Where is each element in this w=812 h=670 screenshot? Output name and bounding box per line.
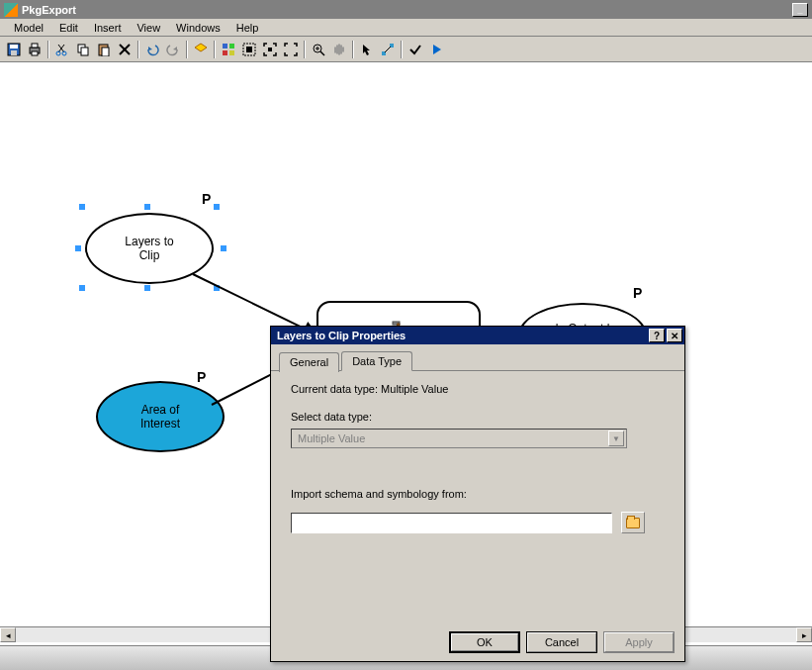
node-area-of-interest[interactable]: Area of Interest: [96, 381, 225, 452]
selection-handle[interactable]: [144, 204, 150, 210]
scroll-right-button[interactable]: ▸: [796, 627, 812, 642]
properties-dialog: Layers to Clip Properties ? ✕ General Da…: [270, 326, 685, 662]
undo-button[interactable]: [142, 40, 162, 59]
select-type-label: Select data type:: [291, 411, 665, 423]
svg-rect-2: [11, 50, 17, 55]
copy-button[interactable]: [73, 40, 93, 59]
apply-button[interactable]: Apply: [603, 631, 675, 653]
selection-handle[interactable]: [144, 285, 150, 291]
menubar: Model Edit Insert View Windows Help: [0, 19, 812, 37]
validate-button[interactable]: [191, 40, 211, 59]
ok-button[interactable]: OK: [449, 631, 520, 653]
run-button[interactable]: [426, 40, 446, 59]
scroll-left-button[interactable]: ◂: [0, 627, 16, 642]
menu-edit[interactable]: Edit: [51, 20, 86, 36]
dropdown-value: Multiple Value: [298, 432, 365, 444]
menu-view[interactable]: View: [129, 20, 168, 36]
menu-insert[interactable]: Insert: [86, 20, 130, 36]
paste-button[interactable]: [94, 40, 114, 59]
svg-rect-11: [81, 48, 88, 55]
selection-handle[interactable]: [221, 245, 226, 251]
print-button[interactable]: [25, 40, 45, 59]
node-label: Layers to Clip: [125, 235, 173, 262]
svg-rect-13: [102, 48, 109, 56]
zoom-in-button[interactable]: [309, 40, 328, 59]
tab-strip: General Data Type: [271, 344, 684, 371]
data-type-dropdown[interactable]: Multiple Value ▼: [291, 429, 627, 448]
parameter-flag: P: [633, 285, 642, 301]
svg-rect-21: [246, 47, 252, 52]
delete-button[interactable]: [115, 40, 135, 59]
tab-general[interactable]: General: [279, 352, 339, 372]
chevron-down-icon: ▼: [608, 431, 624, 446]
tab-panel: Current data type: Multiple Value Select…: [271, 371, 684, 545]
window-titlebar: PkgExport _: [0, 0, 812, 19]
node-label: Area of Interest: [140, 403, 180, 431]
selection-handle[interactable]: [79, 285, 85, 291]
menu-model[interactable]: Model: [6, 20, 51, 36]
svg-rect-4: [32, 44, 38, 48]
folder-open-icon: [626, 518, 640, 528]
dialog-titlebar[interactable]: Layers to Clip Properties ? ✕: [271, 327, 684, 344]
minimize-button[interactable]: _: [792, 3, 808, 17]
parameter-flag: P: [197, 369, 206, 385]
svg-rect-1: [10, 45, 18, 48]
svg-rect-5: [32, 51, 38, 55]
redo-button[interactable]: [163, 40, 183, 59]
import-label: Import schema and symbology from:: [291, 488, 665, 500]
check-button[interactable]: [406, 40, 425, 59]
help-button[interactable]: ?: [649, 329, 665, 342]
dialog-title: Layers to Clip Properties: [277, 330, 406, 341]
app-icon: [4, 3, 18, 17]
window-title: PkgExport: [22, 4, 76, 16]
tile-button[interactable]: [219, 40, 238, 59]
cancel-button[interactable]: Cancel: [526, 631, 597, 653]
connect-button[interactable]: [378, 40, 398, 59]
svg-line-29: [385, 47, 391, 52]
zoom-fit-button[interactable]: [260, 40, 280, 59]
tab-datatype[interactable]: Data Type: [341, 351, 412, 371]
toolbar: [0, 37, 812, 62]
close-button[interactable]: ✕: [667, 329, 682, 342]
parameter-flag: P: [202, 191, 211, 207]
selection-handle[interactable]: [214, 204, 220, 210]
svg-rect-17: [229, 44, 234, 48]
menu-windows[interactable]: Windows: [168, 20, 228, 36]
browse-button[interactable]: [621, 512, 645, 533]
current-type-label: Current data type: Multiple Value: [291, 383, 665, 395]
import-path-input[interactable]: [291, 513, 612, 533]
fullscreen-button[interactable]: [281, 40, 301, 59]
svg-rect-18: [223, 50, 227, 55]
pointer-button[interactable]: [357, 40, 377, 59]
selection-handle[interactable]: [79, 204, 85, 210]
save-button[interactable]: [4, 40, 24, 59]
svg-rect-22: [268, 48, 272, 51]
pan-button[interactable]: [329, 40, 349, 59]
select-all-button[interactable]: [239, 40, 259, 59]
svg-rect-19: [229, 50, 234, 55]
svg-rect-16: [223, 44, 227, 48]
cut-button[interactable]: [52, 40, 72, 59]
connector[interactable]: [193, 273, 308, 331]
menu-help[interactable]: Help: [228, 20, 267, 36]
svg-line-24: [320, 51, 324, 55]
selection-handle[interactable]: [75, 245, 81, 251]
